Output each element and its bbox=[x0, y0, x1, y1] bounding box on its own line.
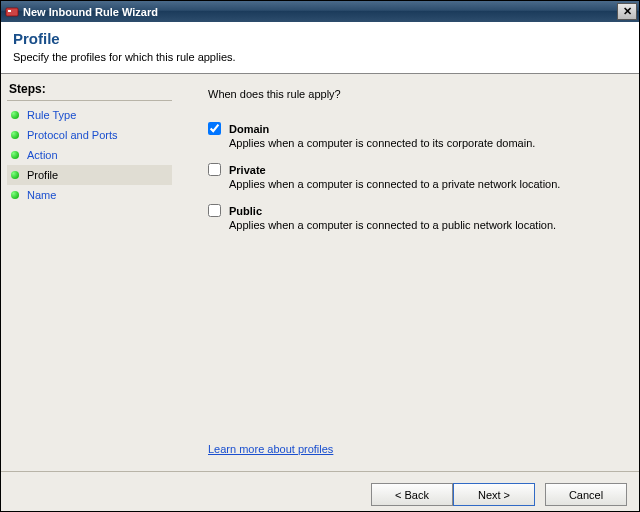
cancel-button[interactable]: Cancel bbox=[545, 483, 627, 506]
private-checkbox[interactable] bbox=[208, 163, 221, 176]
bullet-icon bbox=[11, 111, 19, 119]
private-label: Private bbox=[229, 164, 266, 176]
public-checkbox[interactable] bbox=[208, 204, 221, 217]
option-public: Public Applies when a computer is connec… bbox=[208, 204, 621, 231]
step-label: Rule Type bbox=[27, 109, 76, 121]
step-label: Action bbox=[27, 149, 58, 161]
steps-sidebar: Steps: Rule Type Protocol and Ports Acti… bbox=[1, 74, 178, 471]
step-profile[interactable]: Profile bbox=[7, 165, 172, 185]
back-button[interactable]: < Back bbox=[371, 483, 453, 506]
close-icon: ✕ bbox=[623, 5, 632, 18]
bullet-icon bbox=[11, 191, 19, 199]
option-domain: Domain Applies when a computer is connec… bbox=[208, 122, 621, 149]
step-rule-type[interactable]: Rule Type bbox=[7, 105, 172, 125]
step-name[interactable]: Name bbox=[7, 185, 172, 205]
bullet-icon bbox=[11, 171, 19, 179]
close-button[interactable]: ✕ bbox=[617, 3, 637, 20]
domain-description: Applies when a computer is connected to … bbox=[229, 137, 621, 149]
wizard-header: Profile Specify the profiles for which t… bbox=[1, 22, 639, 74]
app-icon bbox=[5, 5, 19, 19]
prompt-text: When does this rule apply? bbox=[208, 88, 621, 100]
titlebar: New Inbound Rule Wizard ✕ bbox=[1, 1, 639, 22]
steps-heading: Steps: bbox=[7, 80, 172, 101]
step-protocol-and-ports[interactable]: Protocol and Ports bbox=[7, 125, 172, 145]
page-title: Profile bbox=[13, 30, 627, 47]
domain-label: Domain bbox=[229, 123, 269, 135]
step-label: Protocol and Ports bbox=[27, 129, 118, 141]
public-description: Applies when a computer is connected to … bbox=[229, 219, 621, 231]
wizard-body: Steps: Rule Type Protocol and Ports Acti… bbox=[1, 74, 639, 471]
bullet-icon bbox=[11, 151, 19, 159]
wizard-footer: < Back Next > Cancel bbox=[1, 471, 639, 512]
private-description: Applies when a computer is connected to … bbox=[229, 178, 621, 190]
svg-rect-1 bbox=[8, 10, 11, 12]
next-button[interactable]: Next > bbox=[453, 483, 535, 506]
content-pane: When does this rule apply? Domain Applie… bbox=[178, 74, 639, 471]
nav-button-group: < Back Next > bbox=[371, 483, 535, 506]
option-private: Private Applies when a computer is conne… bbox=[208, 163, 621, 190]
step-label: Name bbox=[27, 189, 56, 201]
learn-more-link[interactable]: Learn more about profiles bbox=[208, 443, 333, 455]
svg-rect-0 bbox=[6, 8, 18, 16]
domain-checkbox[interactable] bbox=[208, 122, 221, 135]
bullet-icon bbox=[11, 131, 19, 139]
public-label: Public bbox=[229, 205, 262, 217]
page-subtitle: Specify the profiles for which this rule… bbox=[13, 51, 627, 63]
step-label: Profile bbox=[27, 169, 58, 181]
step-action[interactable]: Action bbox=[7, 145, 172, 165]
window-title: New Inbound Rule Wizard bbox=[23, 6, 617, 18]
